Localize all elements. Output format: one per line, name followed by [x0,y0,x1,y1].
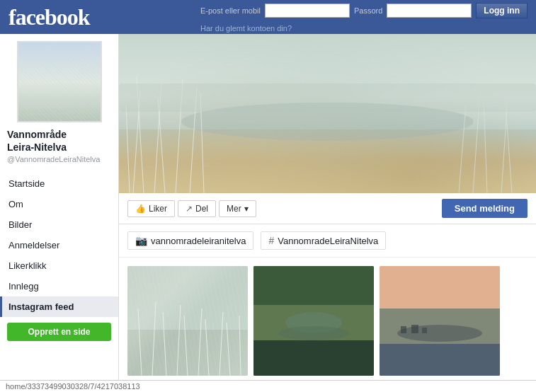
svg-rect-30 [253,340,374,376]
sidebar: Vannområde Leira-Nitelva @VannomradeLeir… [0,34,119,392]
nav-bilder[interactable]: Bilder [0,214,118,235]
svg-rect-39 [422,328,427,333]
photo-1-art [127,266,248,376]
password-input[interactable] [387,4,472,18]
svg-rect-16 [127,266,248,330]
instagram-tag[interactable]: 📷 vannomradeleiranitelva [127,231,253,250]
share-icon: ↗ [186,204,193,214]
svg-rect-35 [380,344,500,376]
nav-anmeldelser[interactable]: Anmeldelser [0,235,118,255]
email-label: E-post eller mobil [200,6,261,15]
sidebar-nav: Startside Om Bilder Anmeldelser Likerkli… [0,173,118,317]
photo-2-art [253,266,374,376]
like-button[interactable]: 👍 Liker [127,200,175,217]
more-button[interactable]: Mer ▾ [219,200,256,217]
cover-art [119,34,536,193]
email-input[interactable] [265,4,350,18]
status-text: home/33373499030328/7/4217038113 [6,382,140,391]
login-button[interactable]: Logg inn [476,3,528,18]
svg-point-32 [278,326,349,340]
social-tags: 📷 vannomradeleiranitelva # VannomradeLei… [119,224,536,258]
action-bar: 👍 Liker ↗ Del Mer ▾ Send melding [119,193,536,224]
page-handle: @VannomradeLeiraNitelva [0,154,118,169]
svg-rect-33 [380,266,500,309]
page-layout: Vannområde Leira-Nitelva @VannomradeLeir… [0,34,536,392]
login-row: E-post eller mobil Passord Logg inn [200,3,528,18]
photo-item-1[interactable] [127,266,248,376]
profile-picture [17,41,102,122]
share-button[interactable]: ↗ Del [178,200,216,217]
svg-rect-38 [411,325,418,333]
forgot-link[interactable]: Har du glemt kontoen din? [200,24,292,33]
send-message-button[interactable]: Send melding [442,199,528,218]
page-name: Vannområde Leira-Nitelva [0,128,118,154]
svg-rect-15 [119,83,536,112]
status-bar: home/33373499030328/7/4217038113 [0,380,536,392]
main-content: 👍 Liker ↗ Del Mer ▾ Send melding 📷 vanno… [119,34,536,392]
svg-point-36 [397,325,482,342]
photo-3-art [380,266,500,376]
profile-pic-overlay [18,42,101,121]
nav-startside[interactable]: Startside [0,173,118,194]
chevron-down-icon: ▾ [244,204,249,214]
svg-rect-37 [401,326,406,333]
photo-item-3[interactable] [380,266,500,376]
photo-grid [119,258,536,384]
header: facebook E-post eller mobil Passord Logg… [0,0,536,34]
nav-instagram-feed[interactable]: Instagram feed [0,296,118,317]
nav-likerklikk[interactable]: Likerklikk [0,255,118,276]
login-section: E-post eller mobil Passord Logg inn Har … [200,3,528,33]
facebook-logo: facebook [8,4,90,30]
nav-innlegg[interactable]: Innlegg [0,276,118,296]
cover-photo [119,34,536,193]
photo-item-2[interactable] [253,266,374,376]
nav-om[interactable]: Om [0,194,118,214]
svg-rect-28 [253,266,374,305]
instagram-icon: 📷 [135,235,147,246]
create-page-button[interactable]: Opprett en side [7,323,111,341]
hashtag-icon: # [268,235,274,246]
thumbs-up-icon: 👍 [135,204,146,214]
hashtag-tag[interactable]: # VannomradeLeiraNitelva [261,231,386,250]
password-label: Passord [354,6,382,15]
